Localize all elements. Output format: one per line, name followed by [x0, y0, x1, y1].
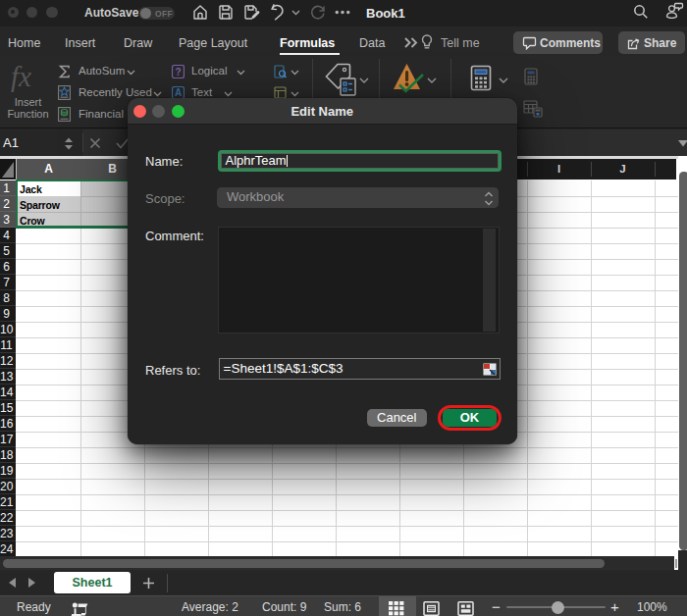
svg-text:?: ? — [175, 67, 181, 77]
svg-text:A: A — [175, 87, 182, 98]
